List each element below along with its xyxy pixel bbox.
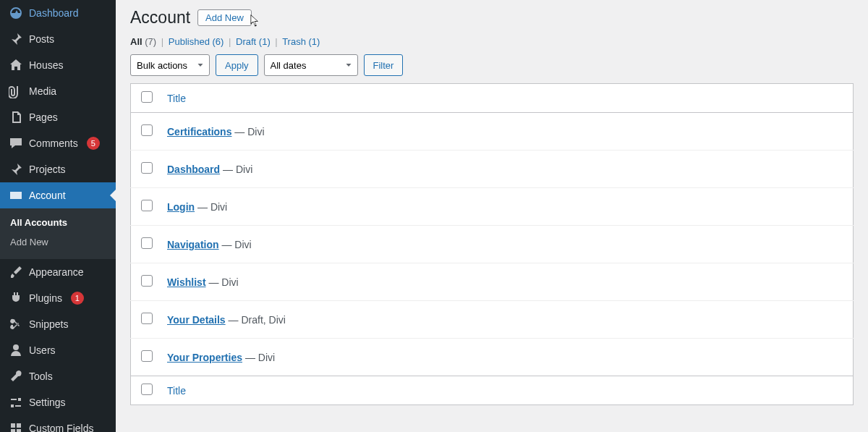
sidebar-item-label: Custom Fields — [29, 423, 93, 432]
grid-icon — [9, 421, 23, 432]
pin-icon — [9, 32, 23, 46]
filter-draft-label: Draft — [236, 36, 256, 47]
sidebar-item-account[interactable]: Account — [0, 182, 116, 208]
select-all-checkbox[interactable] — [141, 91, 153, 103]
sidebar-item-users[interactable]: Users — [0, 337, 116, 363]
posts-table: Title Certifications — DiviDashboard — D… — [130, 83, 854, 405]
row-state: — Divi — [221, 239, 251, 250]
table-row: Login — Divi — [131, 188, 854, 226]
sidebar-item-label: Posts — [29, 33, 54, 45]
row-title-link[interactable]: Login — [167, 201, 195, 213]
sidebar-item-label: Appearance — [29, 266, 84, 278]
row-checkbox[interactable] — [141, 237, 153, 249]
row-title-cell: Your Properties — Divi — [160, 339, 854, 376]
row-checkbox[interactable] — [141, 313, 153, 324]
filter-all-count: (7) — [145, 36, 156, 47]
sidebar-item-custom-fields[interactable]: Custom Fields — [0, 415, 116, 432]
bulk-actions-row: Bulk actions Apply All dates Filter — [130, 54, 854, 76]
row-checkbox[interactable] — [141, 275, 153, 287]
row-title-link[interactable]: Wishlist — [167, 276, 206, 288]
row-title-cell: Login — Divi — [160, 188, 854, 226]
title-column-header[interactable]: Title — [160, 84, 854, 113]
sidebar-item-label: Tools — [29, 370, 53, 382]
sidebar-item-settings[interactable]: Settings — [0, 389, 116, 415]
sidebar-item-snippets[interactable]: Snippets — [0, 311, 116, 337]
sidebar-item-projects[interactable]: Projects — [0, 156, 116, 182]
sliders-icon — [9, 395, 23, 410]
filter-draft-count: (1) — [259, 36, 271, 47]
user-icon — [9, 343, 23, 357]
row-title-link[interactable]: Your Details — [167, 314, 226, 326]
filter-all-label: All — [130, 36, 142, 47]
row-title-link[interactable]: Dashboard — [167, 164, 220, 175]
apply-button[interactable]: Apply — [216, 54, 258, 76]
row-checkbox[interactable] — [141, 124, 153, 136]
status-filters: All (7) | Published (6) | Draft (1) | Tr… — [130, 36, 854, 47]
sidebar-item-label: Users — [29, 344, 56, 356]
row-state: — Divi — [208, 276, 238, 288]
page-title: Account — [130, 8, 190, 27]
row-title-cell: Dashboard — Divi — [160, 151, 854, 188]
filter-trash-label: Trash — [282, 36, 306, 47]
page-header: Account Add New — [130, 7, 854, 27]
sidebar-item-houses[interactable]: Houses — [0, 52, 116, 78]
filter-trash[interactable]: Trash (1) — [282, 36, 320, 47]
bulk-actions-select[interactable]: Bulk actions — [130, 54, 210, 76]
sidebar-subitem-add-new[interactable]: Add New — [0, 232, 116, 252]
filter-button[interactable]: Filter — [364, 54, 404, 76]
row-checkbox[interactable] — [141, 162, 153, 174]
sidebar-item-pages[interactable]: Pages — [0, 104, 116, 130]
filter-all[interactable]: All (7) — [130, 36, 159, 47]
row-state: — Draft, Divi — [229, 314, 286, 326]
table-row: Your Properties — Divi — [131, 339, 854, 376]
sidebar-item-label: Settings — [29, 397, 66, 408]
row-title-cell: Navigation — Divi — [160, 226, 854, 263]
plug-icon — [9, 291, 23, 305]
row-checkbox[interactable] — [141, 200, 153, 211]
cursor-icon — [250, 14, 262, 27]
row-title-link[interactable]: Certifications — [167, 126, 231, 137]
sidebar-item-label: Houses — [29, 59, 63, 71]
row-state: — Divi — [223, 164, 252, 175]
title-column-footer[interactable]: Title — [160, 376, 854, 405]
comment-icon — [9, 136, 23, 151]
filter-trash-count: (1) — [309, 36, 320, 47]
sidebar-item-tools[interactable]: Tools — [0, 363, 116, 389]
date-filter-select[interactable]: All dates — [264, 54, 358, 76]
select-all-checkbox-footer[interactable] — [141, 384, 153, 395]
filter-draft[interactable]: Draft (1) — [236, 36, 273, 47]
sidebar-item-label: Pages — [29, 111, 58, 123]
row-title-cell: Your Details — Draft, Divi — [160, 301, 854, 339]
sidebar-item-label: Projects — [29, 164, 66, 175]
row-title-cell: Wishlist — Divi — [160, 263, 854, 301]
sidebar-item-comments[interactable]: Comments5 — [0, 130, 116, 156]
row-title-link[interactable]: Navigation — [167, 239, 219, 250]
sidebar-item-plugins[interactable]: Plugins1 — [0, 285, 116, 311]
row-title-cell: Certifications — Divi — [160, 113, 854, 151]
sidebar-subitem-all-accounts[interactable]: All Accounts — [0, 213, 116, 232]
pin-icon — [9, 162, 23, 177]
sidebar-item-media[interactable]: Media — [0, 78, 116, 104]
scissors-icon — [9, 317, 23, 331]
sidebar-item-label: Dashboard — [29, 7, 79, 19]
sidebar-item-posts[interactable]: Posts — [0, 26, 116, 52]
table-row: Wishlist — Divi — [131, 263, 854, 301]
sidebar-item-label: Account — [29, 190, 66, 201]
sidebar-item-label: Comments — [29, 137, 78, 149]
row-checkbox[interactable] — [141, 350, 153, 362]
filter-published-count: (6) — [213, 36, 224, 47]
sidebar-item-label: Plugins — [29, 292, 62, 304]
sidebar-item-label: Snippets — [29, 318, 68, 330]
update-badge: 5 — [87, 137, 100, 150]
table-row: Navigation — Divi — [131, 226, 854, 263]
home-icon — [9, 58, 23, 72]
dashboard-icon — [9, 6, 23, 20]
sidebar-item-dashboard[interactable]: Dashboard — [0, 0, 116, 26]
main-content: Account Add New All (7) | Published (6) … — [116, 0, 868, 432]
row-title-link[interactable]: Your Properties — [167, 352, 242, 363]
add-new-button[interactable]: Add New — [197, 9, 252, 26]
filter-published[interactable]: Published (6) — [169, 36, 226, 47]
media-icon — [9, 84, 23, 98]
wrench-icon — [9, 369, 23, 384]
sidebar-item-appearance[interactable]: Appearance — [0, 259, 116, 285]
